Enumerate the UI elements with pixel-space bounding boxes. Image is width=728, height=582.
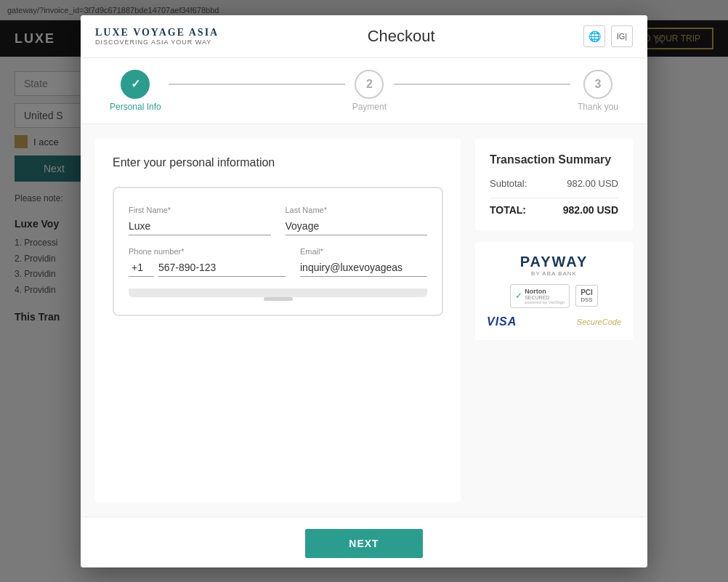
step-line-2-3 xyxy=(394,84,570,85)
left-panel: Enter your personal information First Na… xyxy=(95,139,461,502)
language-icon[interactable]: IG| xyxy=(611,25,633,47)
total-row: TOTAL: 982.00 USD xyxy=(490,204,618,216)
laptop-screen: First Name* Last Name* Phone number* xyxy=(129,206,427,277)
first-name-input[interactable] xyxy=(129,217,271,235)
stepper: ✓ Personal Info 2 Payment 3 Thank you xyxy=(81,58,647,124)
phone-number-input[interactable] xyxy=(158,259,286,277)
norton-sub: SECURED xyxy=(525,295,565,300)
step-3-label: Thank you xyxy=(578,102,618,112)
payway-sub: BY ABA BANK xyxy=(520,270,589,277)
step-line-1-2 xyxy=(169,84,345,85)
payway-logo-container: PAYWAY BY ABA BANK xyxy=(520,254,589,277)
payment-logos: PAYWAY BY ABA BANK ✓ Norton SECURED powe… xyxy=(475,242,633,340)
phone-input-group xyxy=(129,259,286,277)
phone-label: Phone number* xyxy=(129,247,286,256)
right-panel: Transaction Summary Subtotal: 982.00 USD… xyxy=(475,139,633,502)
modal-header-icons: 🌐 IG| xyxy=(583,25,633,47)
security-badges: ✓ Norton SECURED powered by VeriSign PCI… xyxy=(510,284,598,308)
modal-logo: LUXE VOYAGE ASIA DISCOVERING ASIA YOUR W… xyxy=(95,27,219,46)
email-group: Email* xyxy=(300,247,427,277)
step-thank-you: 3 Thank you xyxy=(578,70,618,112)
modal-body: Enter your personal information First Na… xyxy=(81,124,647,517)
contact-row: Phone number* Email* xyxy=(129,247,427,277)
step-2-circle: 2 xyxy=(355,70,384,99)
step-1-label: Personal Info xyxy=(110,102,161,112)
total-label: TOTAL: xyxy=(490,204,526,216)
payway-logo: PAYWAY xyxy=(520,254,589,270)
checkout-modal: LUXE VOYAGE ASIA DISCOVERING ASIA YOUR W… xyxy=(81,15,647,567)
next-button-container: NEXT xyxy=(81,517,647,567)
personal-info-title: Enter your personal information xyxy=(113,156,443,169)
norton-check-icon: ✓ xyxy=(515,291,522,301)
total-value: 982.00 USD xyxy=(563,204,618,216)
last-name-group: Last Name* xyxy=(286,206,428,235)
modal-header: LUXE VOYAGE ASIA DISCOVERING ASIA YOUR W… xyxy=(81,15,647,58)
visa-logo: VISA xyxy=(487,315,517,328)
modal-logo-tagline: DISCOVERING ASIA YOUR WAY xyxy=(95,39,219,46)
subtotal-value: 982.00 USD xyxy=(567,178,618,189)
phone-prefix-input[interactable] xyxy=(129,259,154,277)
name-row: First Name* Last Name* xyxy=(129,206,427,235)
last-name-label: Last Name* xyxy=(286,206,428,214)
step-2-label: Payment xyxy=(352,102,387,112)
norton-provider: powered by VeriSign xyxy=(525,300,565,304)
step-1-circle: ✓ xyxy=(121,70,150,99)
modal-overlay: LUXE VOYAGE ASIA DISCOVERING ASIA YOUR W… xyxy=(0,0,728,582)
step-3-circle: 3 xyxy=(583,70,612,99)
norton-badge: ✓ Norton SECURED powered by VeriSign xyxy=(510,284,570,308)
pci-badge: PCI DSS xyxy=(575,285,598,307)
globe-icon[interactable]: 🌐 xyxy=(583,25,605,47)
laptop-bottom xyxy=(129,288,427,297)
next-button[interactable]: NEXT xyxy=(305,529,422,558)
close-button[interactable]: ✕ xyxy=(649,30,669,50)
email-label: Email* xyxy=(300,247,427,256)
subtotal-row: Subtotal: 982.00 USD xyxy=(490,178,618,189)
transaction-title: Transaction Summary xyxy=(490,153,618,166)
last-name-input[interactable] xyxy=(286,217,428,235)
pci-text: PCI DSS xyxy=(581,288,593,303)
modal-logo-name: LUXE VOYAGE ASIA xyxy=(95,27,219,39)
laptop-illustration: First Name* Last Name* Phone number* xyxy=(113,187,443,316)
secure-code-logo: SecureCode xyxy=(577,318,621,326)
email-input[interactable] xyxy=(300,259,427,277)
phone-group: Phone number* xyxy=(129,247,286,277)
subtotal-label: Subtotal: xyxy=(490,178,527,189)
first-name-label: First Name* xyxy=(129,206,271,214)
norton-text: Norton SECURED powered by VeriSign xyxy=(525,288,565,304)
step-payment: 2 Payment xyxy=(352,70,387,112)
transaction-summary: Transaction Summary Subtotal: 982.00 USD… xyxy=(475,139,633,230)
summary-divider xyxy=(490,198,618,198)
first-name-group: First Name* xyxy=(129,206,271,235)
pci-sub: DSS xyxy=(581,296,593,303)
modal-title: Checkout xyxy=(219,27,583,46)
pci-label: PCI xyxy=(581,288,593,296)
step-personal-info: ✓ Personal Info xyxy=(110,70,161,112)
bottom-logos: VISA SecureCode xyxy=(487,315,621,328)
norton-label: Norton xyxy=(525,288,565,295)
language-label: IG| xyxy=(617,32,627,41)
